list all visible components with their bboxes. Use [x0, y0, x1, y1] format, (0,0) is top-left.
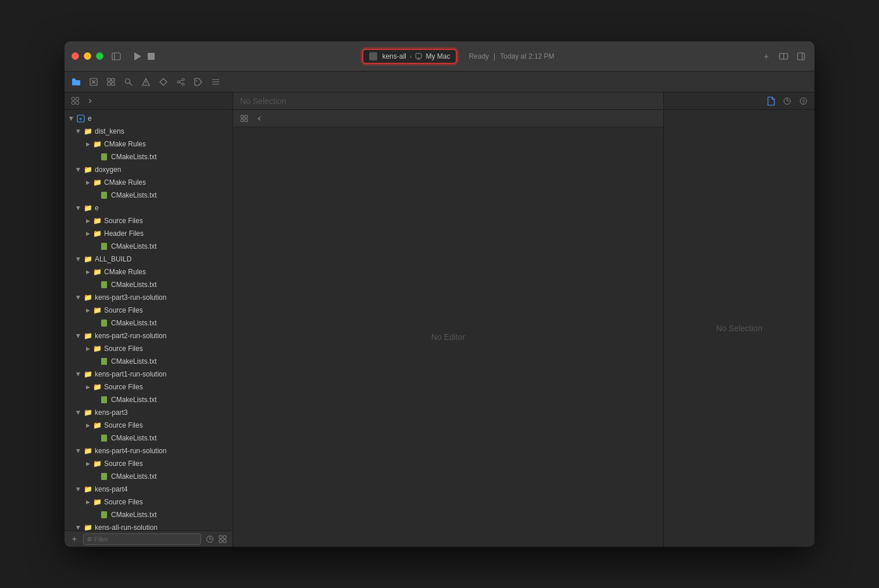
tree-item-source-files-3[interactable]: ▶ 📁 Source Files — [65, 342, 233, 355]
editor-tab-grid-button[interactable] — [238, 112, 251, 125]
tree-item-kens-part2-run[interactable]: ▶ 📁 kens-part2-run-solution — [65, 329, 233, 342]
tree-item-cmakelists-5[interactable]: ▶ CMakeLists.txt — [65, 317, 233, 329]
tree-item-cmakelists-1[interactable]: ▶ CMakeLists.txt — [65, 150, 233, 163]
tree-item-all-build[interactable]: ▶ 📁 ALL_BUILD — [65, 253, 233, 266]
tree-item-kens-part3[interactable]: ▶ 📁 kens-part3 — [65, 406, 233, 419]
tree-item-e-sub[interactable]: ▶ 📁 e — [65, 202, 233, 214]
tree-arrow-source-4[interactable]: ▶ — [83, 382, 92, 392]
tree-item-e[interactable]: ▶ e e — [65, 112, 233, 125]
tree-item-doxygen[interactable]: ▶ 📁 doxygen — [65, 163, 233, 176]
close-button[interactable] — [72, 52, 79, 60]
tree-arrow-all-build[interactable]: ▶ — [74, 254, 83, 264]
sidebar-header-chevron-button[interactable] — [84, 95, 96, 107]
tree-item-cmake-rules-1[interactable]: ▶ 📁 CMake Rules — [65, 138, 233, 150]
run-button[interactable] — [129, 48, 145, 64]
tree-arrow-source-7[interactable]: ▶ — [83, 497, 92, 507]
tree-item-cmakelists-7[interactable]: ▶ CMakeLists.txt — [65, 393, 233, 406]
tree-arrow-header[interactable]: ▶ — [83, 229, 92, 238]
tree-item-kens-part1-run[interactable]: ▶ 📁 kens-part1-run-solution — [65, 368, 233, 381]
tree-arrow-source-2[interactable]: ▶ — [83, 306, 92, 315]
tree-item-source-files-4[interactable]: ▶ 📁 Source Files — [65, 381, 233, 393]
inspector-help-button[interactable]: ? — [797, 95, 810, 107]
toolbar-warning-button[interactable] — [139, 75, 153, 89]
tree-arrow-kens-all-run[interactable]: ▶ — [74, 523, 83, 530]
tree-arrow-cmake-3[interactable]: ▶ — [83, 267, 92, 277]
tree-label-kens-all-run: kens-all-run-solution — [95, 524, 158, 530]
tree-item-source-files-6[interactable]: ▶ 📁 Source Files — [65, 457, 233, 470]
toolbar-navigator-button[interactable] — [69, 75, 83, 89]
svg-rect-56 — [245, 115, 248, 118]
tree-label-cmakelists-10: CMakeLists.txt — [111, 511, 157, 519]
new-tab-button[interactable]: + — [760, 50, 773, 63]
toolbar-grid-button[interactable] — [104, 75, 118, 89]
toolbar-diamond-button[interactable] — [156, 75, 170, 89]
traffic-lights — [72, 52, 103, 60]
tree-label-dist-kens: dist_kens — [95, 127, 124, 135]
editor-tab-chevron-button[interactable] — [253, 112, 266, 125]
tree-item-cmakelists-10[interactable]: ▶ CMakeLists.txt — [65, 508, 233, 521]
toolbar-share-button[interactable] — [174, 75, 188, 89]
tree-label-cmakelists-5: CMakeLists.txt — [111, 319, 157, 327]
sidebar-header-grid-button[interactable] — [69, 95, 81, 107]
minimize-button[interactable] — [84, 52, 91, 60]
tree-item-dist-kens[interactable]: ▶ 📁 dist_kens — [65, 125, 233, 138]
tree-item-cmake-rules-2[interactable]: ▶ 📁 CMake Rules — [65, 176, 233, 189]
inspector-file-button[interactable] — [764, 95, 777, 107]
tree-item-cmakelists-9[interactable]: ▶ CMakeLists.txt — [65, 470, 233, 483]
breadcrumb-pill[interactable]: kens-all › My Mac — [362, 49, 457, 64]
tree-item-source-files-7[interactable]: ▶ 📁 Source Files — [65, 496, 233, 508]
tree-arrow-dist-kens[interactable]: ▶ — [74, 127, 83, 136]
tree-arrow-kens-part1-run[interactable]: ▶ — [74, 370, 83, 379]
tree-item-source-files-5[interactable]: ▶ 📁 Source Files — [65, 419, 233, 432]
svg-rect-36 — [76, 102, 78, 105]
tree-item-cmakelists-8[interactable]: ▶ CMakeLists.txt — [65, 432, 233, 444]
toolbar-tag-button[interactable] — [191, 75, 205, 89]
tree-arrow-source-5[interactable]: ▶ — [83, 421, 92, 430]
tree-item-cmakelists-3[interactable]: ▶ CMakeLists.txt — [65, 240, 233, 253]
inspector-clock-button[interactable] — [781, 95, 794, 107]
tree-arrow-kens-part4[interactable]: ▶ — [74, 485, 83, 494]
tree-arrow-e-sub[interactable]: ▶ — [74, 203, 83, 213]
tree-item-kens-all-run[interactable]: ▶ 📁 kens-all-run-solution — [65, 521, 233, 530]
svg-text:?: ? — [802, 99, 805, 105]
file-tree[interactable]: ▶ e e ▶ 📁 dist_kens — [65, 110, 233, 530]
tree-arrow-e[interactable]: ▶ — [67, 114, 76, 123]
stop-button[interactable] — [145, 51, 157, 62]
svg-point-24 — [182, 78, 184, 81]
sidebar-toggle-button[interactable] — [110, 51, 122, 62]
add-button[interactable]: + — [69, 534, 80, 544]
tree-item-cmake-rules-3[interactable]: ▶ 📁 CMake Rules — [65, 266, 233, 278]
tree-arrow-kens-part2-run[interactable]: ▶ — [74, 331, 83, 340]
tree-item-source-files-2[interactable]: ▶ 📁 Source Files — [65, 304, 233, 317]
tree-item-cmakelists-2[interactable]: ▶ CMakeLists.txt — [65, 189, 233, 202]
tree-item-header-files[interactable]: ▶ 📁 Header Files — [65, 227, 233, 240]
tree-arrow-doxygen[interactable]: ▶ — [74, 165, 83, 174]
tree-item-cmakelists-6[interactable]: ▶ CMakeLists.txt — [65, 355, 233, 368]
toolbar-search-button[interactable] — [122, 75, 135, 89]
folder-icon-kens-part4: 📁 — [83, 485, 92, 493]
folder-icon-kens-part3: 📁 — [83, 408, 92, 417]
layout-button[interactable] — [777, 50, 790, 63]
tree-arrow-cmake-1[interactable]: ▶ — [83, 139, 92, 149]
toolbar-error-button[interactable] — [87, 75, 101, 89]
history-button[interactable] — [205, 534, 215, 544]
tree-item-kens-part3-run[interactable]: ▶ 📁 kens-part3-run-solution — [65, 291, 233, 304]
tree-arrow-cmake-2[interactable]: ▶ — [83, 178, 92, 187]
toolbar-list-button[interactable] — [209, 75, 223, 89]
file-icon-3 — [99, 242, 109, 250]
tree-item-kens-part4-run[interactable]: ▶ 📁 kens-part4-run-solution — [65, 444, 233, 457]
tree-arrow-kens-part4-run[interactable]: ▶ — [74, 446, 83, 456]
tree-arrow-source-6[interactable]: ▶ — [83, 459, 92, 468]
tree-arrow-source-1[interactable]: ▶ — [83, 216, 92, 225]
tree-item-source-files-1[interactable]: ▶ 📁 Source Files — [65, 214, 233, 227]
svg-marker-23 — [160, 78, 167, 85]
tree-item-kens-part4[interactable]: ▶ 📁 kens-part4 — [65, 483, 233, 496]
tree-arrow-kens-part3[interactable]: ▶ — [74, 408, 83, 417]
maximize-button[interactable] — [96, 52, 103, 60]
tree-item-cmakelists-4[interactable]: ▶ CMakeLists.txt — [65, 278, 233, 291]
inspector-toggle-button[interactable] — [795, 50, 807, 63]
tree-arrow-kens-part3-run[interactable]: ▶ — [74, 293, 83, 302]
tree-label-cmakelists-2: CMakeLists.txt — [111, 191, 157, 199]
grid-view-button[interactable] — [217, 534, 228, 544]
tree-arrow-source-3[interactable]: ▶ — [83, 344, 92, 353]
